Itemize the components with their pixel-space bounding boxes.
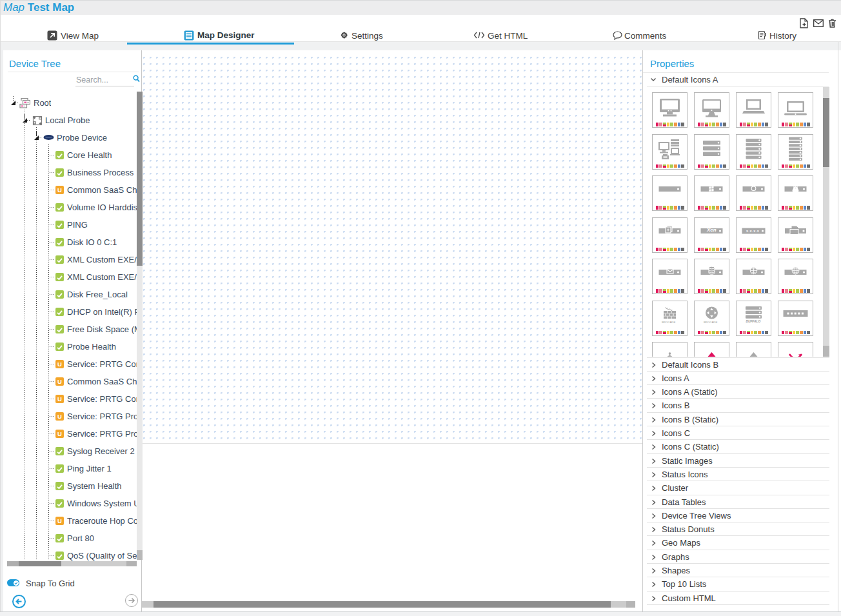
svg-text:x.x.x.x: x.x.x.x bbox=[746, 229, 760, 233]
svg-text:Xen: Xen bbox=[706, 227, 717, 233]
svg-text:BUFFALO: BUFFALO bbox=[746, 319, 761, 323]
svg-text:BROCADE: BROCADE bbox=[704, 320, 717, 323]
svg-text:BROCADE: BROCADE bbox=[662, 320, 675, 323]
